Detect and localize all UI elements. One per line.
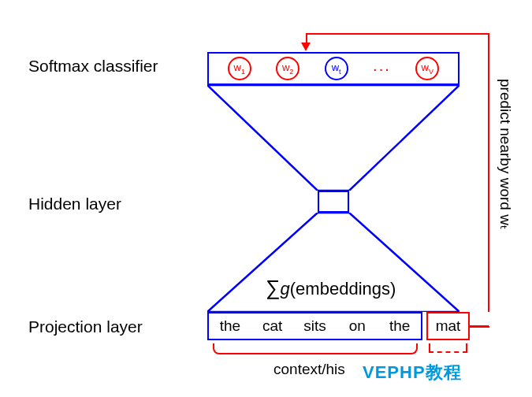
context-bracket xyxy=(213,343,418,354)
token-ellipsis: ··· xyxy=(373,60,391,78)
token-wt: wt xyxy=(325,57,348,80)
proj-word-4: the xyxy=(378,317,421,335)
hidden-label: Hidden layer xyxy=(28,195,121,213)
softmax-box: w1 w2 wt ··· wV xyxy=(207,52,459,85)
arrow-vertical xyxy=(488,33,489,312)
target-bracket xyxy=(429,343,467,353)
proj-word-2: sits xyxy=(294,317,337,335)
projection-label: Projection layer xyxy=(28,317,143,336)
context-label: context/his xyxy=(273,361,345,378)
target-box: mat xyxy=(426,312,470,340)
token-w2: w2 xyxy=(276,57,299,80)
target-word: mat xyxy=(436,317,461,335)
softmax-label: Softmax classifier xyxy=(28,57,158,76)
arrow-top-horiz xyxy=(306,33,489,35)
arrow-head xyxy=(301,43,311,51)
side-label: predict nearby word wₜ xyxy=(497,79,514,230)
formula-text: ∑g(embeddings) xyxy=(266,276,396,300)
proj-word-3: on xyxy=(336,317,378,335)
upper-trapezoid xyxy=(207,85,459,191)
arrow-bottom-horiz xyxy=(470,325,489,327)
watermark: VEPHP教程 xyxy=(363,361,462,384)
svg-marker-0 xyxy=(207,85,459,191)
proj-word-0: the xyxy=(209,317,251,335)
token-w1: w1 xyxy=(228,57,251,80)
hidden-box xyxy=(318,191,349,213)
token-wv: wV xyxy=(415,57,439,80)
proj-word-1: cat xyxy=(251,317,294,335)
projection-box: the cat sits on the xyxy=(207,312,422,340)
